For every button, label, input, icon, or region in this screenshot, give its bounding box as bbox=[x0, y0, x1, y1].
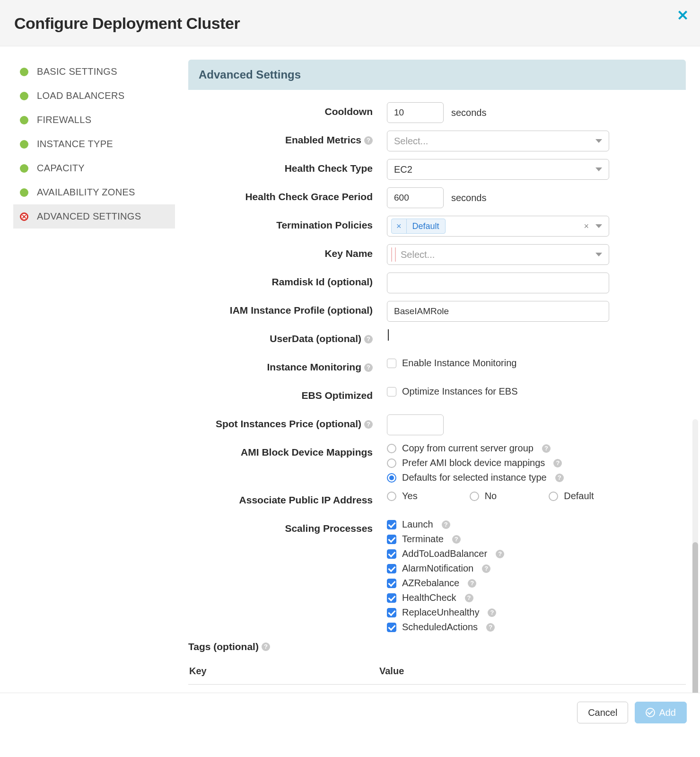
wizard-sidebar: BASIC SETTINGS LOAD BALANCERS FIREWALLS … bbox=[0, 60, 175, 685]
sidebar-item-instance-type[interactable]: INSTANCE TYPE bbox=[13, 132, 175, 156]
scaling-checkbox-alarmnotification[interactable] bbox=[387, 564, 396, 573]
sidebar-item-label: FIREWALLS bbox=[37, 114, 91, 125]
sidebar-item-label: LOAD BALANCERS bbox=[37, 90, 124, 101]
public-ip-label: Associate Public IP Address bbox=[188, 491, 387, 506]
help-icon[interactable]: ? bbox=[496, 550, 504, 558]
scaling-checkbox-addtoloadbalancer[interactable] bbox=[387, 549, 396, 559]
scaling-checkbox-healthcheck[interactable] bbox=[387, 593, 396, 603]
instance-monitoring-checkbox[interactable] bbox=[387, 359, 396, 368]
termination-policies-label: Termination Policies bbox=[188, 216, 387, 231]
clear-icon[interactable]: × bbox=[584, 222, 589, 230]
chevron-down-icon bbox=[595, 139, 602, 143]
tags-col-value: Value bbox=[379, 661, 685, 683]
tags-col-key: Key bbox=[189, 661, 378, 683]
scaling-checkbox-launch[interactable] bbox=[387, 520, 396, 529]
cooldown-suffix: seconds bbox=[451, 107, 487, 118]
scrollbar-thumb[interactable] bbox=[692, 542, 698, 713]
status-dot-icon bbox=[20, 164, 28, 173]
key-name-label: Key Name bbox=[188, 244, 387, 259]
sidebar-item-load-balancers[interactable]: LOAD BALANCERS bbox=[13, 84, 175, 108]
iam-profile-input[interactable] bbox=[387, 301, 609, 322]
sidebar-item-basic-settings[interactable]: BASIC SETTINGS bbox=[13, 60, 175, 84]
help-icon[interactable]: ? bbox=[364, 335, 373, 343]
help-icon[interactable]: ? bbox=[488, 608, 496, 617]
status-dot-icon bbox=[20, 92, 28, 100]
status-dot-icon bbox=[20, 116, 28, 124]
help-icon[interactable]: ? bbox=[452, 535, 461, 544]
health-check-grace-label: Health Check Grace Period bbox=[188, 187, 387, 202]
sidebar-item-label: AVAILABILITY ZONES bbox=[37, 187, 135, 198]
sidebar-item-availability-zones[interactable]: AVAILABILITY ZONES bbox=[13, 180, 175, 204]
scaling-checkbox-scheduledactions[interactable] bbox=[387, 623, 396, 632]
enabled-metrics-select[interactable]: Select... bbox=[387, 131, 609, 151]
add-button[interactable]: Add bbox=[635, 702, 687, 723]
close-icon[interactable]: ✕ bbox=[677, 9, 689, 23]
sidebar-item-label: INSTANCE TYPE bbox=[37, 139, 113, 150]
page-title: Configure Deployment Cluster bbox=[14, 14, 686, 33]
scaling-checkbox-replaceunhealthy[interactable] bbox=[387, 608, 396, 617]
help-icon[interactable]: ? bbox=[553, 459, 562, 467]
ramdisk-id-input[interactable] bbox=[387, 273, 609, 293]
chevron-down-icon bbox=[595, 167, 602, 171]
health-check-type-label: Health Check Type bbox=[188, 159, 387, 174]
help-icon[interactable]: ? bbox=[364, 420, 373, 429]
sidebar-item-label: BASIC SETTINGS bbox=[37, 66, 117, 77]
tags-heading: Tags (optional)? bbox=[188, 641, 686, 652]
grace-suffix: seconds bbox=[451, 193, 487, 203]
tags-table: Key Value bbox=[188, 660, 686, 685]
public-ip-radio-default[interactable] bbox=[549, 492, 558, 501]
key-name-select[interactable]: Select... bbox=[387, 244, 609, 265]
ebs-optimized-checkbox-label: Optimize Instances for EBS bbox=[402, 386, 518, 397]
check-circle-icon bbox=[646, 708, 655, 717]
cooldown-input[interactable] bbox=[387, 102, 444, 123]
cancel-button[interactable]: Cancel bbox=[577, 702, 628, 723]
text-cursor bbox=[388, 329, 389, 341]
modal-footer: Cancel Add bbox=[0, 693, 700, 732]
userdata-input[interactable] bbox=[387, 329, 609, 341]
help-icon[interactable]: ? bbox=[442, 520, 450, 529]
help-icon[interactable]: ? bbox=[465, 594, 473, 602]
ami-block-radio-0[interactable] bbox=[387, 444, 396, 453]
help-icon[interactable]: ? bbox=[262, 643, 270, 651]
public-ip-radio-yes[interactable] bbox=[387, 492, 396, 501]
health-check-grace-input[interactable] bbox=[387, 187, 444, 208]
termination-policies-select[interactable]: × Default × bbox=[387, 216, 609, 237]
sidebar-item-advanced-settings[interactable]: ADVANCED SETTINGS bbox=[13, 204, 175, 229]
help-icon[interactable]: ? bbox=[486, 623, 495, 632]
help-icon[interactable]: ? bbox=[364, 136, 373, 145]
error-dot-icon bbox=[20, 212, 28, 221]
health-check-type-select[interactable]: EC2 bbox=[387, 159, 609, 180]
scaling-processes-label: Scaling Processes bbox=[188, 519, 387, 534]
remove-token-icon[interactable]: × bbox=[392, 219, 407, 234]
instance-monitoring-checkbox-label: Enable Instance Monitoring bbox=[402, 358, 516, 369]
ebs-optimized-checkbox[interactable] bbox=[387, 387, 396, 396]
sidebar-item-label: CAPACITY bbox=[37, 163, 85, 174]
ebs-optimized-label: EBS Optimized bbox=[188, 386, 387, 401]
help-icon[interactable]: ? bbox=[542, 444, 551, 453]
modal-header: Configure Deployment Cluster ✕ bbox=[0, 0, 700, 46]
scrollbar[interactable] bbox=[692, 419, 698, 713]
scaling-checkbox-azrebalance[interactable] bbox=[387, 579, 396, 588]
enabled-metrics-label: Enabled Metrics? bbox=[188, 131, 387, 146]
help-icon[interactable]: ? bbox=[364, 363, 373, 372]
userdata-label: UserData (optional)? bbox=[188, 329, 387, 344]
chevron-down-icon bbox=[595, 253, 602, 256]
cooldown-label: Cooldown bbox=[188, 102, 387, 117]
section-heading: Advanced Settings bbox=[188, 60, 686, 90]
policy-token[interactable]: × Default bbox=[391, 219, 446, 234]
scaling-checkbox-terminate[interactable] bbox=[387, 535, 396, 544]
help-icon[interactable]: ? bbox=[555, 474, 564, 482]
iam-profile-label: IAM Instance Profile (optional) bbox=[188, 301, 387, 316]
sidebar-item-firewalls[interactable]: FIREWALLS bbox=[13, 108, 175, 132]
status-dot-icon bbox=[20, 188, 28, 197]
ami-block-radio-2[interactable] bbox=[387, 473, 396, 483]
public-ip-radio-no[interactable] bbox=[470, 492, 479, 501]
ami-block-label: AMI Block Device Mappings bbox=[188, 443, 387, 458]
help-icon[interactable]: ? bbox=[482, 564, 490, 573]
spot-price-input[interactable] bbox=[387, 414, 444, 435]
help-icon[interactable]: ? bbox=[468, 579, 476, 588]
sidebar-item-capacity[interactable]: CAPACITY bbox=[13, 156, 175, 180]
ami-block-radio-1[interactable] bbox=[387, 458, 396, 468]
instance-monitoring-label: Instance Monitoring? bbox=[188, 358, 387, 373]
sidebar-item-label: ADVANCED SETTINGS bbox=[37, 211, 141, 222]
